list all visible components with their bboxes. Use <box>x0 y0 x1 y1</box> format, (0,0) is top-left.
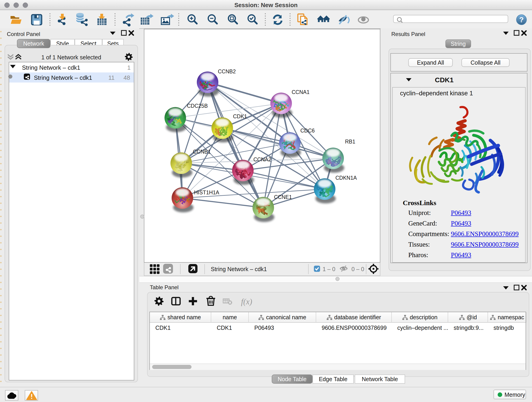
svg-text:CDC25B: CDC25B <box>187 103 208 109</box>
svg-text:RB1: RB1 <box>345 139 355 145</box>
svg-text:CCNA1: CCNA1 <box>292 89 310 95</box>
svg-text:CCNA2: CCNA2 <box>253 157 271 162</box>
svg-text:?: ? <box>519 16 524 24</box>
svg-text:CDC6: CDC6 <box>300 128 315 134</box>
svg-text:CCNB2: CCNB2 <box>218 69 236 75</box>
svg-text:CCNB1: CCNB1 <box>193 149 211 155</box>
svg-text:f(x): f(x) <box>241 297 252 306</box>
svg-text:CDKN1A: CDKN1A <box>336 175 357 181</box>
svg-text:CCNE1: CCNE1 <box>274 194 292 200</box>
svg-text:CDK1: CDK1 <box>233 114 247 119</box>
svg-text:HIST1H1A: HIST1H1A <box>194 190 220 196</box>
